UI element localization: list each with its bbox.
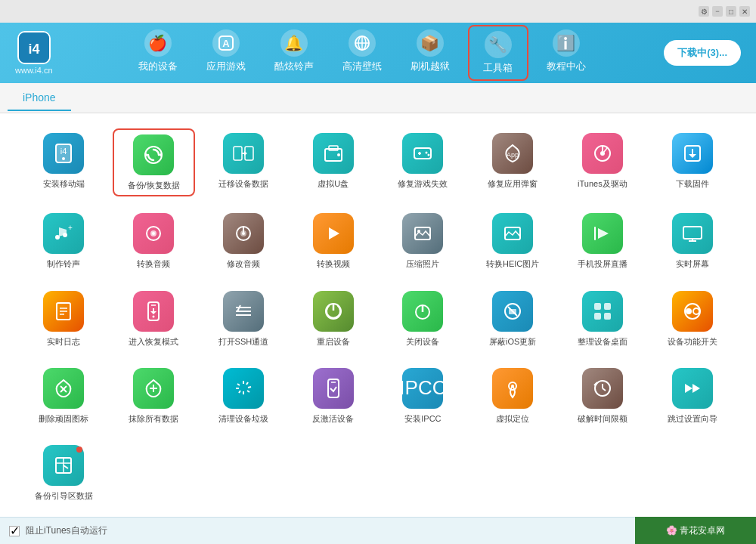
- tool-item-realtime-log[interactable]: 实时日志: [23, 286, 105, 351]
- fake-location-icon: [492, 368, 533, 409]
- settings-button[interactable]: ⚙: [699, 6, 709, 17]
- install-mobile-label: 安装移动端: [43, 178, 85, 189]
- itunes-driver-icon: [582, 133, 623, 174]
- tool-item-open-ssh[interactable]: 打开SSH通道: [203, 286, 285, 351]
- tool-item-fake-location[interactable]: 虚拟定位: [472, 363, 554, 428]
- svg-marker-18: [244, 151, 247, 156]
- itunes-label: 阻止iTunes自动运行: [26, 524, 107, 537]
- break-time-limit-icon: [582, 368, 623, 409]
- tutorial-icon: ℹ️: [553, 29, 580, 57]
- tutorial-label: 教程中心: [547, 60, 586, 73]
- convert-audio-label: 转换音频: [137, 258, 170, 269]
- itunes-driver-label: iTunes及驱动: [578, 178, 627, 189]
- skip-setup-label: 跳过设置向导: [668, 413, 717, 424]
- tool-item-screen-cast[interactable]: 手机投屏直播: [562, 209, 644, 274]
- maximize-button[interactable]: □: [726, 6, 736, 17]
- tool-item-edit-audio[interactable]: 修改音频: [203, 209, 285, 274]
- svg-text:i4: i4: [60, 147, 67, 156]
- convert-heic-icon: [492, 213, 533, 254]
- tool-item-fix-game[interactable]: 修复游戏失效: [382, 128, 464, 196]
- break-time-limit-label: 破解时间限额: [578, 413, 627, 424]
- svg-marker-98: [685, 384, 692, 393]
- tool-item-make-ringtone[interactable]: +制作铃声: [23, 209, 105, 274]
- nav-item-wallpaper[interactable]: 高清壁纸: [332, 25, 392, 81]
- deactivate-icon: [313, 368, 354, 409]
- install-mobile-icon: i4: [43, 133, 84, 174]
- tab-iphone[interactable]: iPhone: [8, 85, 71, 111]
- block-ios-update-label: 屏蔽iOS更新: [489, 336, 536, 347]
- tool-item-deactivate[interactable]: 反激活设备: [292, 363, 374, 428]
- download-firmware-label: 下载固件: [676, 178, 709, 189]
- tool-item-break-time-limit[interactable]: 破解时间限额: [562, 363, 644, 428]
- device-func-switch-label: 设备功能开关: [668, 336, 717, 347]
- nav-item-tutorial[interactable]: ℹ️ 教程中心: [536, 25, 596, 81]
- tool-item-block-ios-update[interactable]: 屏蔽iOS更新: [472, 286, 554, 351]
- svg-marker-43: [329, 227, 339, 240]
- tool-item-organize-desktop[interactable]: 整理设备桌面: [562, 286, 644, 351]
- tool-item-itunes-driver[interactable]: iTunes及驱动: [562, 128, 644, 196]
- tool-item-reboot-device[interactable]: 重启设备: [292, 286, 374, 351]
- tool-item-shutdown-device[interactable]: 关闭设备: [382, 286, 464, 351]
- svg-line-96: [603, 388, 606, 391]
- svg-rect-22: [414, 148, 431, 159]
- tool-item-delete-stubborn[interactable]: 删除顽固图标: [23, 363, 105, 428]
- ringtone-label: 酷炫铃声: [274, 60, 314, 73]
- erase-all-icon: [133, 368, 174, 409]
- svg-text:+: +: [68, 224, 73, 232]
- tool-item-device-func-switch[interactable]: 设备功能开关: [651, 286, 733, 351]
- tool-item-realtime-screen[interactable]: 实时屏幕: [651, 209, 733, 274]
- nav-item-jailbreak[interactable]: 📦 刷机越狱: [400, 25, 460, 81]
- wallpaper-icon: [349, 29, 376, 57]
- tool-item-convert-video[interactable]: 转换视频: [292, 209, 374, 274]
- watermark: 🌸 青花安卓网: [635, 517, 756, 544]
- shutdown-device-icon: [402, 291, 443, 332]
- tool-item-skip-setup[interactable]: 跳过设置向导: [651, 363, 733, 428]
- jailbreak-icon: 📦: [417, 29, 444, 57]
- tool-item-download-firmware[interactable]: 下载固件: [651, 128, 733, 196]
- tool-item-fix-popup[interactable]: App修复应用弹窗: [472, 128, 554, 196]
- download-firmware-icon: [672, 133, 713, 174]
- tool-item-compress-photo[interactable]: 压缩照片: [382, 209, 464, 274]
- convert-audio-icon: [133, 213, 174, 254]
- nav-item-ringtone[interactable]: 🔔 酷炫铃声: [264, 25, 324, 81]
- svg-line-84: [248, 387, 251, 388]
- main-content: i4安装移动端备份/恢复数据迁移设备数据虚拟U盘修复游戏失效App修复应用弹窗i…: [0, 113, 756, 517]
- realtime-log-icon: [43, 291, 84, 332]
- svg-point-45: [417, 230, 420, 233]
- app-game-label: 应用游戏: [206, 60, 246, 73]
- tool-item-clean-junk[interactable]: 清理设备垃圾: [203, 363, 285, 428]
- tool-item-install-ipcc[interactable]: IPCC安装IPCC: [382, 363, 464, 428]
- logo-url: www.i4.cn: [15, 66, 53, 75]
- tool-item-erase-all[interactable]: 抹除所有数据: [113, 363, 195, 428]
- svg-point-25: [426, 152, 428, 154]
- close-button[interactable]: ✕: [739, 6, 750, 17]
- realtime-screen-label: 实时屏幕: [676, 258, 709, 269]
- virtual-udisk-icon: [313, 133, 354, 174]
- minimize-button[interactable]: －: [712, 6, 723, 17]
- delete-stubborn-label: 删除顽固图标: [39, 413, 88, 424]
- itunes-checkbox[interactable]: ✓: [9, 526, 20, 536]
- tool-item-backup-restore[interactable]: 备份/恢复数据: [113, 128, 195, 196]
- svg-line-85: [247, 391, 249, 392]
- svg-rect-73: [594, 313, 601, 320]
- nav-item-toolbox[interactable]: 🔧 工具箱: [468, 25, 528, 81]
- download-button[interactable]: 下载中(3)...: [664, 40, 741, 66]
- svg-point-33: [55, 235, 60, 240]
- tool-item-virtual-udisk[interactable]: 虚拟U盘: [292, 128, 374, 196]
- nav-item-my-device[interactable]: 🍎 我的设备: [128, 25, 188, 81]
- tool-item-backup-sector[interactable]: 备份引导区数据: [23, 440, 105, 505]
- reboot-device-label: 重启设备: [317, 336, 350, 347]
- tool-item-install-mobile[interactable]: i4安装移动端: [23, 128, 105, 196]
- tool-item-convert-heic[interactable]: 转换HEIC图片: [472, 209, 554, 274]
- title-bar: ⚙ － □ ✕: [0, 0, 756, 23]
- svg-point-77: [693, 308, 699, 314]
- nav-item-app-game[interactable]: A 应用游戏: [196, 25, 256, 81]
- fix-game-label: 修复游戏失效: [398, 178, 448, 189]
- svg-text:A: A: [222, 38, 230, 49]
- tool-item-migrate-data[interactable]: 迁移设备数据: [203, 128, 285, 196]
- svg-point-58: [153, 315, 155, 317]
- tool-item-recovery-mode[interactable]: 进入恢复模式: [113, 286, 195, 351]
- svg-rect-70: [509, 309, 516, 314]
- tool-item-convert-audio[interactable]: 转换音频: [113, 209, 195, 274]
- svg-point-76: [686, 308, 692, 314]
